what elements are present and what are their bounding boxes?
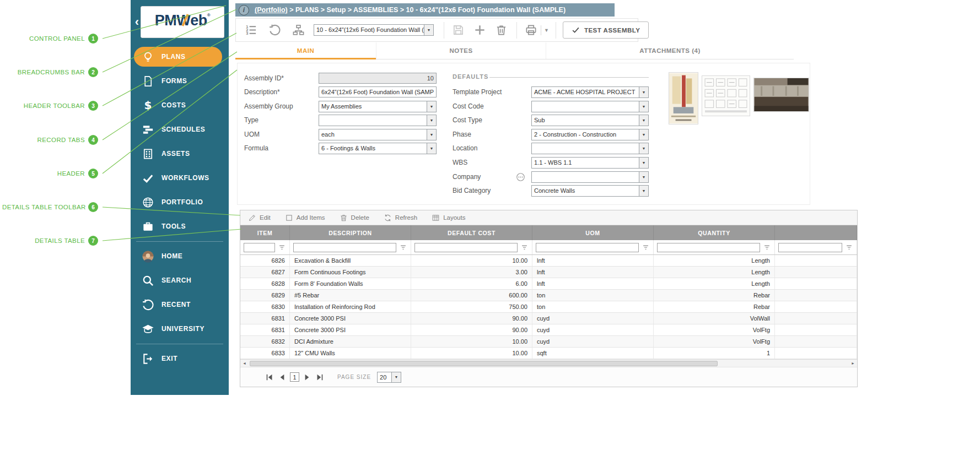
- details-toolbar-edit-button[interactable]: Edit: [248, 214, 271, 222]
- scrollbar-thumb[interactable]: [250, 361, 718, 366]
- cost-code-select-dropdown-button[interactable]: ▼: [639, 101, 648, 112]
- table-row[interactable]: 6832DCI Admixture10.00cuydVolFtg: [240, 336, 857, 348]
- filter-input-uom[interactable]: [536, 243, 639, 252]
- table-row[interactable]: 683312" CMU Walls10.00sqft1: [240, 348, 857, 359]
- details-toolbar-add-items-button[interactable]: Add Items: [285, 214, 325, 222]
- column-header-quantity[interactable]: QUANTITY: [654, 225, 775, 240]
- sidebar-item-exit[interactable]: EXIT: [131, 346, 229, 371]
- delete-record-trash-icon[interactable]: [495, 24, 508, 36]
- location-select-dropdown-button[interactable]: ▼: [639, 143, 648, 154]
- record-history-icon[interactable]: [268, 24, 281, 36]
- company-select-dropdown-button[interactable]: ▼: [639, 172, 648, 182]
- table-row[interactable]: 6828Form 8' Foundation Walls6.00lnftLeng…: [240, 278, 857, 290]
- horizontal-scrollbar[interactable]: ◄ ►: [240, 359, 857, 367]
- sidebar-item-portfolio[interactable]: PORTFOLIO: [131, 190, 229, 214]
- record-list-icon[interactable]: 123: [245, 24, 257, 36]
- filter-icon[interactable]: [278, 243, 286, 252]
- phase-select[interactable]: 2 - Construction - Construction▼: [531, 129, 649, 140]
- filter-icon[interactable]: [399, 243, 407, 252]
- table-row[interactable]: 6827Form Continuous Footings3.00lnftLeng…: [240, 267, 857, 278]
- wbs-select-dropdown-button[interactable]: ▼: [639, 158, 648, 168]
- assembly-plan-sheet[interactable]: [702, 75, 750, 116]
- pmweb-logo[interactable]: PMWeb®: [141, 6, 224, 38]
- template-project-select-dropdown-button[interactable]: ▼: [639, 87, 648, 97]
- add-record-plus-icon[interactable]: [473, 24, 486, 36]
- filter-input-quantity[interactable]: [657, 243, 760, 252]
- record-selector-dropdown-button[interactable]: ▼: [424, 25, 433, 35]
- foundation-detail-drawing[interactable]: [669, 72, 698, 124]
- table-row[interactable]: 6826Excavation & Backfill10.00lnftLength: [240, 255, 857, 267]
- filter-input-description[interactable]: [293, 243, 396, 252]
- assembly-id-input[interactable]: [319, 73, 437, 84]
- table-row[interactable]: 6830Installation of Reinforcing Rod750.0…: [240, 301, 857, 313]
- page-size-select[interactable]: 20 ▼: [377, 372, 401, 383]
- info-icon[interactable]: i: [239, 5, 249, 15]
- table-row[interactable]: 6831Concrete 3000 PSI90.00cuydVolWall: [240, 313, 857, 324]
- company-select[interactable]: ▼: [531, 171, 649, 183]
- tab-main[interactable]: MAIN: [235, 42, 376, 59]
- test-assembly-button[interactable]: TEST ASSEMBLY: [563, 21, 649, 39]
- pager-last-page-button[interactable]: [315, 372, 325, 382]
- page-size-dropdown-button[interactable]: ▼: [391, 372, 401, 382]
- tab-attachments-4[interactable]: ATTACHMENTS (4): [546, 42, 794, 59]
- scrollbar-track[interactable]: [249, 360, 849, 367]
- company-lookup-ellipsis-icon[interactable]: [516, 172, 525, 182]
- filter-icon[interactable]: [845, 243, 853, 252]
- sidebar-item-workflows[interactable]: WORKFLOWS: [131, 166, 229, 190]
- sidebar-item-tools[interactable]: TOOLS: [131, 214, 229, 238]
- sidebar-item-recent[interactable]: RECENT: [131, 292, 229, 317]
- filter-input-item[interactable]: [244, 243, 275, 252]
- filter-icon[interactable]: [763, 243, 771, 252]
- location-select[interactable]: ▼: [531, 143, 649, 154]
- collapse-sidebar-chevron-icon[interactable]: ‹: [133, 15, 141, 29]
- column-header-blank[interactable]: [775, 225, 857, 240]
- details-toolbar-layouts-button[interactable]: Layouts: [432, 214, 465, 222]
- details-toolbar-refresh-button[interactable]: Refresh: [384, 214, 417, 222]
- sidebar-item-assets[interactable]: ASSETS: [131, 142, 229, 166]
- callout-record-tabs: RECORD TABS4: [2, 135, 98, 145]
- bid-category-select-dropdown-button[interactable]: ▼: [639, 186, 648, 196]
- sidebar-item-costs[interactable]: $COSTS: [131, 93, 229, 117]
- pager-previous-page-button[interactable]: [277, 372, 287, 382]
- cost-type-select[interactable]: Sub▼: [531, 115, 649, 126]
- pager-current-page[interactable]: 1: [290, 372, 299, 382]
- field-label: Phase: [453, 131, 471, 138]
- tab-notes[interactable]: NOTES: [376, 42, 546, 59]
- table-row[interactable]: 6831Concrete 3000 PSI90.00cuydVolFtg: [240, 324, 857, 336]
- pencil-icon: [248, 214, 256, 222]
- sidebar-item-search[interactable]: SEARCH: [131, 268, 229, 292]
- print-icon[interactable]: [525, 24, 537, 36]
- filter-input-default-cost[interactable]: [414, 243, 518, 252]
- column-header-item[interactable]: ITEM: [240, 225, 290, 240]
- template-project-select[interactable]: ACME - ACME HOSPITAL PROJECT▼: [531, 86, 649, 98]
- save-icon[interactable]: [452, 24, 465, 36]
- cost-code-select[interactable]: ▼: [531, 101, 649, 112]
- cost-type-select-dropdown-button[interactable]: ▼: [639, 115, 648, 126]
- details-toolbar-delete-button[interactable]: Delete: [340, 214, 369, 222]
- sidebar-item-university[interactable]: UNIVERSITY: [131, 317, 229, 341]
- sidebar-item-forms[interactable]: FORMS: [131, 69, 229, 93]
- column-header-uom[interactable]: UOM: [532, 225, 654, 240]
- breadcrumb-portfolio-link[interactable]: (Portfolio): [255, 6, 288, 14]
- scroll-left-arrow-icon[interactable]: ◄: [240, 361, 249, 365]
- foundation-wall-photo[interactable]: [753, 78, 809, 112]
- record-selector[interactable]: 10 - 6x24"(12x6 Foot) Foundation Wall (S…: [314, 24, 434, 36]
- column-header-default-cost[interactable]: DEFAULT COST: [411, 225, 532, 240]
- cell-quantity: Rebar: [654, 290, 775, 301]
- filter-icon[interactable]: [520, 243, 529, 252]
- print-options-caret-icon[interactable]: ▼: [544, 28, 549, 33]
- table-row[interactable]: 6829#5 Rebar600.00tonRebar: [240, 290, 857, 301]
- filter-input-blank[interactable]: [778, 243, 842, 252]
- pager-next-page-button[interactable]: [302, 372, 312, 382]
- pager-first-page-button[interactable]: [265, 372, 274, 382]
- scroll-right-arrow-icon[interactable]: ►: [849, 361, 857, 365]
- wbs-select[interactable]: 1.1 - WBS 1.1▼: [531, 157, 649, 169]
- hierarchy-icon[interactable]: [292, 24, 305, 36]
- sidebar-item-schedules[interactable]: SCHEDULES: [131, 117, 229, 142]
- phase-select-dropdown-button[interactable]: ▼: [639, 129, 648, 140]
- filter-icon[interactable]: [642, 243, 650, 252]
- sidebar-item-home[interactable]: HOME: [131, 244, 229, 268]
- sidebar-item-plans[interactable]: PLANS: [131, 45, 229, 69]
- bid-category-select[interactable]: Concrete Walls▼: [531, 185, 649, 197]
- column-header-description[interactable]: DESCRIPTION: [290, 225, 411, 240]
